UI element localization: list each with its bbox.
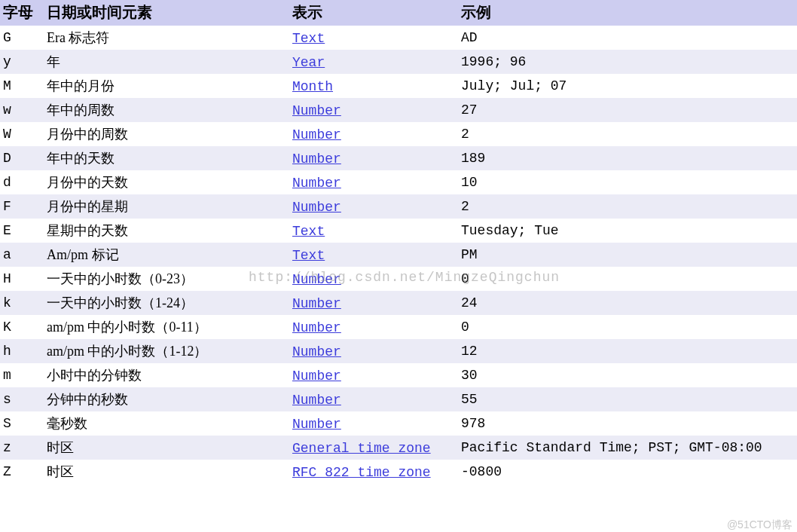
table-row: y年Year1996; 96 <box>0 50 797 74</box>
cell-repr: Number <box>289 267 458 291</box>
cell-example: 12 <box>458 339 797 363</box>
cell-repr: Number <box>289 170 458 194</box>
cell-letter: F <box>0 194 44 219</box>
cell-desc: 毫秒数 <box>44 411 289 436</box>
repr-link[interactable]: Number <box>292 417 341 432</box>
repr-link[interactable]: Text <box>292 224 325 239</box>
cell-letter: D <box>0 146 44 170</box>
cell-letter: w <box>0 98 44 122</box>
header-example: 示例 <box>458 0 797 26</box>
table-row: Z时区RFC 822 time zone-0800 <box>0 460 797 484</box>
cell-letter: K <box>0 315 44 339</box>
cell-example: 27 <box>458 98 797 122</box>
cell-letter: s <box>0 387 44 411</box>
repr-link[interactable]: Number <box>292 200 341 215</box>
cell-example: Tuesday; Tue <box>458 219 797 243</box>
table-row: aAm/pm 标记TextPM <box>0 243 797 267</box>
table-row: m小时中的分钟数Number30 <box>0 363 797 387</box>
repr-link[interactable]: Text <box>292 248 325 263</box>
repr-link[interactable]: Number <box>292 103 341 118</box>
repr-link[interactable]: General time zone <box>292 441 431 456</box>
table-row: w年中的周数Number27 <box>0 98 797 122</box>
cell-repr: Number <box>289 98 458 122</box>
cell-example: July; Jul; 07 <box>458 74 797 98</box>
cell-letter: W <box>0 122 44 146</box>
cell-example: 0 <box>458 267 797 291</box>
header-letter: 字母 <box>0 0 44 26</box>
table-row: F月份中的星期Number2 <box>0 194 797 219</box>
cell-example: Pacific Standard Time; PST; GMT-08:00 <box>458 436 797 460</box>
cell-repr: Number <box>289 194 458 219</box>
cell-desc: 年中的月份 <box>44 74 289 98</box>
cell-repr: Text <box>289 26 458 50</box>
date-pattern-table: 字母 日期或时间元素 表示 示例 GEra 标志符TextADy年Year199… <box>0 0 797 484</box>
cell-desc: 年 <box>44 50 289 74</box>
repr-link[interactable]: Text <box>292 31 325 46</box>
table-row: E星期中的天数TextTuesday; Tue <box>0 219 797 243</box>
cell-desc: 一天中的小时数（1-24） <box>44 291 289 315</box>
repr-link[interactable]: Month <box>292 79 333 94</box>
cell-letter: m <box>0 363 44 387</box>
cell-example: 55 <box>458 387 797 411</box>
repr-link[interactable]: Number <box>292 368 341 384</box>
cell-repr: Number <box>289 291 458 315</box>
cell-letter: k <box>0 291 44 315</box>
cell-letter: G <box>0 26 44 50</box>
cell-desc: 月份中的星期 <box>44 194 289 219</box>
cell-repr: Number <box>289 387 458 411</box>
cell-repr: RFC 822 time zone <box>289 460 458 484</box>
repr-link[interactable]: Number <box>292 127 341 142</box>
cell-desc: 时区 <box>44 436 289 460</box>
cell-example: 1996; 96 <box>458 50 797 74</box>
repr-link[interactable]: Year <box>292 55 325 70</box>
repr-link[interactable]: RFC 822 time zone <box>292 465 431 480</box>
cell-repr: Number <box>289 363 458 387</box>
cell-repr: Month <box>289 74 458 98</box>
cell-desc: 月份中的天数 <box>44 170 289 194</box>
cell-desc: Era 标志符 <box>44 26 289 50</box>
cell-letter: z <box>0 436 44 460</box>
table-row: z时区General time zonePacific Standard Tim… <box>0 436 797 460</box>
repr-link[interactable]: Number <box>292 151 341 167</box>
cell-letter: d <box>0 170 44 194</box>
table-row: d月份中的天数Number10 <box>0 170 797 194</box>
table-row: D年中的天数Number189 <box>0 146 797 170</box>
cell-desc: 分钟中的秒数 <box>44 387 289 411</box>
cell-example: 24 <box>458 291 797 315</box>
cell-example: 978 <box>458 411 797 436</box>
table-row: Kam/pm 中的小时数（0-11）Number0 <box>0 315 797 339</box>
cell-repr: Number <box>289 315 458 339</box>
cell-repr: Number <box>289 146 458 170</box>
table-header-row: 字母 日期或时间元素 表示 示例 <box>0 0 797 26</box>
cell-example: 10 <box>458 170 797 194</box>
cell-letter: E <box>0 219 44 243</box>
repr-link[interactable]: Number <box>292 176 341 191</box>
cell-repr: Text <box>289 243 458 267</box>
table-row: M年中的月份MonthJuly; Jul; 07 <box>0 74 797 98</box>
repr-link[interactable]: Number <box>292 344 341 359</box>
cell-desc: 月份中的周数 <box>44 122 289 146</box>
table-row: H一天中的小时数（0-23）Number0 <box>0 267 797 291</box>
table-row: s分钟中的秒数Number55 <box>0 387 797 411</box>
repr-link[interactable]: Number <box>292 272 341 287</box>
cell-repr: Text <box>289 219 458 243</box>
table-row: k一天中的小时数（1-24）Number24 <box>0 291 797 315</box>
cell-repr: Year <box>289 50 458 74</box>
repr-link[interactable]: Number <box>292 320 341 335</box>
repr-link[interactable]: Number <box>292 296 341 311</box>
header-desc: 日期或时间元素 <box>44 0 289 26</box>
repr-link[interactable]: Number <box>292 393 341 408</box>
cell-repr: Number <box>289 411 458 436</box>
table-row: S毫秒数Number978 <box>0 411 797 436</box>
cell-example: 30 <box>458 363 797 387</box>
cell-letter: h <box>0 339 44 363</box>
cell-desc: 星期中的天数 <box>44 219 289 243</box>
cell-example: 2 <box>458 194 797 219</box>
table-row: GEra 标志符TextAD <box>0 26 797 50</box>
cell-desc: 年中的天数 <box>44 146 289 170</box>
cell-repr: Number <box>289 339 458 363</box>
cell-example: 189 <box>458 146 797 170</box>
cell-desc: 一天中的小时数（0-23） <box>44 267 289 291</box>
cell-example: AD <box>458 26 797 50</box>
table-row: ham/pm 中的小时数（1-12）Number12 <box>0 339 797 363</box>
